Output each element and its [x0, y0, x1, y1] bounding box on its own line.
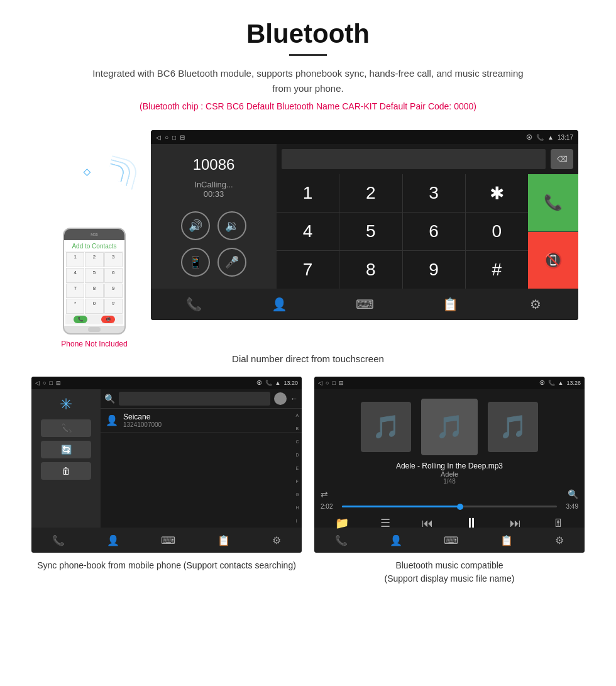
phone-screen: Add to Contacts 1 2 3 4 5 6 7 8 9 * 0 # …	[64, 240, 124, 326]
music-nav-settings-icon[interactable]: ⚙	[555, 534, 564, 546]
pb-home-icon: ○	[43, 380, 46, 386]
pb-wifi-icon: ▲	[275, 380, 281, 386]
music-info: Adele - Rolling In the Deep.mp3 Adele 1/…	[314, 462, 585, 488]
call-button[interactable]: 📞	[528, 174, 578, 231]
music-progress-bar[interactable]	[342, 506, 557, 507]
nav-contacts-icon[interactable]: 👤	[263, 292, 295, 317]
music-item: ◁ ○ □ ⊟ ⦿ 📞 ▲ 13:26 🎵	[314, 377, 585, 585]
pb-nav-call-icon[interactable]: 📞	[52, 534, 65, 546]
key-2[interactable]: 2	[339, 174, 402, 212]
key-3[interactable]: 3	[403, 174, 465, 212]
key-4[interactable]: 4	[277, 213, 339, 250]
page-subtitle: Integrated with BC6 Bluetooth module, su…	[88, 66, 528, 96]
pb-contact-name: Seicane	[123, 412, 162, 421]
key-1[interactable]: 1	[277, 174, 339, 212]
key-7[interactable]: 7	[277, 251, 339, 289]
pb-alpha-e[interactable]: E	[296, 466, 299, 470]
mute-button[interactable]: 🎤	[217, 248, 246, 277]
phone-key-2: 2	[85, 252, 103, 267]
dialer-input-field[interactable]	[282, 149, 546, 169]
nav-transfer-icon[interactable]: 📋	[434, 292, 466, 317]
music-shuffle-icon[interactable]: ⇄	[321, 489, 328, 499]
call-buttons-column: 📞 📵	[528, 174, 578, 289]
pb-back-arrow[interactable]: ←	[290, 394, 298, 403]
pb-alpha-d[interactable]: D	[296, 453, 299, 457]
pb-alpha-f[interactable]: F	[296, 479, 299, 484]
music-wifi-icon: ▲	[558, 380, 564, 386]
volume-up-button[interactable]: 🔊	[181, 211, 210, 240]
music-nav-contacts-icon[interactable]: 👤	[390, 534, 402, 546]
phone-device-image: M35 Add to Contacts 1 2 3 4 5 6 7 8 9 * …	[63, 228, 126, 335]
phone-key-7: 7	[66, 284, 84, 299]
music-nav-call-icon[interactable]: 📞	[335, 534, 348, 546]
call-icon: 📞	[536, 134, 544, 141]
music-nav-keypad-icon[interactable]: ⌨	[444, 534, 458, 546]
music-icons-row: ⇄ 🔍	[314, 488, 585, 501]
key-9[interactable]: 9	[403, 251, 465, 289]
dialer-delete-button[interactable]: ⌫	[551, 149, 573, 169]
nav-keypad-icon[interactable]: ⌨	[349, 292, 380, 317]
page-specs: (Bluetooth chip : CSR BC6 Default Blueto…	[13, 101, 603, 111]
music-controls-row: 📁 ☰ ⏮ ⏸ ⏭ 🎚	[314, 512, 585, 536]
nav-call-transfer-icon[interactable]: 📞	[178, 292, 209, 317]
music-nav-transfer-icon[interactable]: 📋	[500, 534, 513, 546]
key-star[interactable]: ✱	[466, 174, 528, 212]
music-home-icon: ○	[326, 380, 329, 386]
pb-sync-button[interactable]: 🔄	[41, 441, 91, 458]
pb-call-icon: 📞	[265, 380, 272, 386]
key-0[interactable]: 0	[466, 213, 528, 250]
dialer-timer: 00:33	[204, 189, 224, 199]
music-album-art-center: 🎵	[421, 399, 478, 455]
nav-settings-icon[interactable]: ⚙	[520, 292, 551, 317]
phone-key-star: *	[66, 299, 84, 314]
music-search-icon[interactable]: 🔍	[568, 489, 578, 499]
transfer-call-button[interactable]: 📱	[181, 248, 210, 277]
pb-phone-button[interactable]: 📞	[41, 419, 91, 437]
phone-key-5: 5	[85, 268, 103, 283]
pb-search-field[interactable]	[119, 392, 270, 406]
dialer-status: InCalling...	[194, 180, 233, 189]
music-screenshot: ◁ ○ □ ⊟ ⦿ 📞 ▲ 13:26 🎵	[314, 377, 585, 553]
pb-alpha-c[interactable]: C	[296, 440, 299, 444]
key-6[interactable]: 6	[403, 213, 465, 250]
end-call-button[interactable]: 📵	[528, 232, 578, 289]
music-track-count: 1/48	[321, 478, 578, 485]
pb-delete-button[interactable]: 🗑	[41, 462, 91, 480]
music-album-art-right: 🎵	[488, 402, 538, 452]
pb-alpha-b[interactable]: B	[296, 426, 299, 431]
dialer-controls: 🔊 🔉 📱 🎤	[181, 211, 246, 277]
music-prev-icon[interactable]: ⏮	[422, 517, 433, 530]
pb-contact-number: 13241007000	[123, 421, 162, 428]
pb-nav-keypad-icon[interactable]: ⌨	[161, 534, 175, 546]
pb-statusbar-left: ◁ ○ □ ⊟	[35, 380, 61, 386]
menu-nav-icon: ⊟	[180, 134, 185, 141]
music-play-pause-icon[interactable]: ⏸	[465, 515, 478, 531]
pb-alpha-a[interactable]: A	[296, 413, 299, 418]
music-statusbar: ◁ ○ □ ⊟ ⦿ 📞 ▲ 13:26	[314, 377, 585, 389]
android-dialer-screen: ◁ ○ □ ⊟ ⦿ 📞 ▲ 13:17 10086 InCalling...	[151, 130, 578, 320]
music-folder-icon[interactable]: 📁	[335, 516, 349, 530]
phone-key-3: 3	[104, 252, 123, 267]
pb-nav-settings-icon[interactable]: ⚙	[272, 534, 281, 546]
key-5[interactable]: 5	[339, 213, 402, 250]
key-hash[interactable]: #	[466, 251, 528, 289]
status-time: 13:17	[558, 134, 573, 141]
pb-nav-contacts-icon[interactable]: 👤	[107, 534, 119, 546]
volume-down-button[interactable]: 🔉	[217, 211, 246, 240]
music-body: 🎵 🎵 🎵 Adele - Rolling In the Deep.mp3 Ad…	[314, 389, 585, 528]
wifi-icon: ▲	[547, 134, 554, 141]
music-equalizer-icon[interactable]: 🎚	[553, 517, 564, 530]
music-next-icon[interactable]: ⏭	[510, 517, 521, 530]
pb-back-icon: ◁	[35, 380, 40, 386]
pb-nav-transfer-icon[interactable]: 📋	[217, 534, 230, 546]
pb-statusbar-right: ⦿ 📞 ▲ 13:20	[256, 380, 298, 386]
phonebook-caption: Sync phone-book from mobile phone (Suppo…	[37, 559, 296, 572]
music-playlist-icon[interactable]: ☰	[380, 516, 390, 530]
pb-left-panel: ✳ 📞 🔄 🗑	[31, 389, 101, 528]
music-location-icon: ⦿	[539, 380, 545, 386]
pb-alpha-g[interactable]: G	[296, 492, 299, 497]
pb-contact-item[interactable]: 👤 Seicane 13241007000	[101, 409, 302, 433]
pb-alpha-h[interactable]: H	[296, 506, 299, 510]
pb-alpha-i[interactable]: I	[296, 519, 299, 523]
key-8[interactable]: 8	[339, 251, 402, 289]
